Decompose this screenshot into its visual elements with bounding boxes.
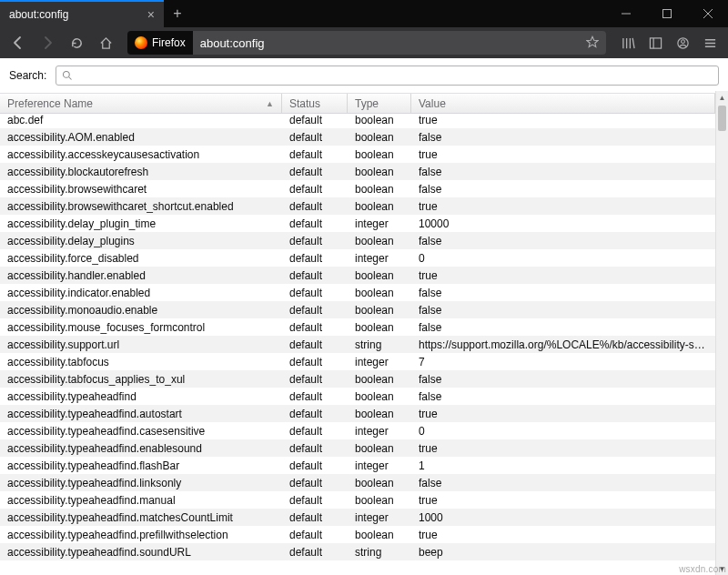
table-row[interactable]: accessibility.tabfocusdefaultinteger7 <box>0 353 715 370</box>
close-window-button[interactable] <box>687 0 728 27</box>
cell-status: default <box>282 235 348 247</box>
cell-type: boolean <box>348 200 411 213</box>
cell-name: accessibility.typeaheadfind.linksonly <box>0 477 282 489</box>
browser-tab[interactable]: about:config × <box>0 0 164 27</box>
cell-type: integer <box>348 511 411 524</box>
cell-value: false <box>411 235 715 247</box>
col-header-status[interactable]: Status <box>282 94 348 113</box>
cell-type: boolean <box>348 166 411 178</box>
cell-value: true <box>411 408 715 420</box>
cell-status: default <box>282 338 348 351</box>
table-row[interactable]: accessibility.delay_pluginsdefaultboolea… <box>0 232 715 249</box>
table-row[interactable]: accessibility.handler.enableddefaultbool… <box>0 267 715 284</box>
table-row[interactable]: accessibility.typeaheadfind.enablesoundd… <box>0 439 715 457</box>
table-row[interactable]: accessibility.typeaheadfind.matchesCount… <box>0 509 715 526</box>
home-button[interactable] <box>93 30 118 55</box>
firefox-icon <box>135 36 147 49</box>
svg-point-4 <box>681 39 684 43</box>
cell-value: false <box>411 166 715 178</box>
cell-name: accessibility.typeaheadfind.prefillwiths… <box>0 529 282 541</box>
new-tab-button[interactable]: + <box>164 0 191 27</box>
cell-status: default <box>282 321 348 334</box>
scroll-thumb[interactable] <box>718 106 726 131</box>
back-button[interactable] <box>5 30 31 55</box>
col-header-value[interactable]: Value <box>411 94 715 113</box>
table-row[interactable]: accessibility.browsewithcaretdefaultbool… <box>0 180 715 197</box>
table-row[interactable]: accessibility.typeaheadfind.flashBardefa… <box>0 457 715 474</box>
cell-name: accessibility.typeaheadfind <box>0 390 282 403</box>
cell-name: accessibility.typeaheadfind.enablesound <box>0 442 282 455</box>
cell-name: accessibility.browsewithcaret_shortcut.e… <box>0 200 282 213</box>
watermark: wsxdn.com <box>679 564 726 574</box>
cell-type: boolean <box>348 494 411 507</box>
app-menu-button[interactable] <box>697 30 723 55</box>
minimize-button[interactable] <box>605 0 646 27</box>
cell-type: boolean <box>348 114 411 126</box>
search-input[interactable] <box>56 66 719 86</box>
window-controls <box>605 0 728 27</box>
cell-type: boolean <box>348 269 411 282</box>
cell-type: boolean <box>348 183 411 196</box>
maximize-button[interactable] <box>646 0 687 27</box>
table-row[interactable]: accessibility.support.urldefaultstringht… <box>0 336 715 353</box>
table-row[interactable]: accessibility.accesskeycausesactivationd… <box>0 146 715 163</box>
table-row[interactable]: accessibility.typeaheadfinddefaultboolea… <box>0 388 715 405</box>
cell-name: accessibility.monoaudio.enable <box>0 304 282 317</box>
table-row[interactable]: accessibility.typeaheadfind.casesensitiv… <box>0 422 715 439</box>
table-row[interactable]: accessibility.delay_plugin_timedefaultin… <box>0 215 715 232</box>
scroll-up-icon[interactable]: ▲ <box>716 91 728 104</box>
table-row[interactable]: accessibility.typeaheadfind.manualdefaul… <box>0 491 715 509</box>
forward-button[interactable] <box>35 30 60 55</box>
svg-line-6 <box>69 77 72 80</box>
cell-type: boolean <box>348 287 411 299</box>
cell-type: string <box>348 338 411 351</box>
cell-value: true <box>411 529 715 541</box>
cell-status: default <box>282 442 348 455</box>
bookmark-star-icon[interactable] <box>586 35 599 51</box>
cell-name: accessibility.AOM.enabled <box>0 131 282 144</box>
table-row[interactable]: accessibility.typeaheadfind.prefillwiths… <box>0 526 715 543</box>
url-bar[interactable]: about:config <box>193 31 606 55</box>
preference-table: abc.defdefaultbooleantrueaccessibility.A… <box>0 111 715 575</box>
col-header-name[interactable]: Preference Name ▲ <box>0 94 282 113</box>
table-row[interactable]: accessibility.blockautorefreshdefaultboo… <box>0 163 715 180</box>
cell-type: integer <box>348 425 411 438</box>
cell-value: 7 <box>411 356 715 368</box>
search-icon <box>62 70 73 81</box>
account-button[interactable] <box>670 30 695 55</box>
cell-status: default <box>282 356 348 368</box>
cell-name: abc.def <box>0 114 282 126</box>
cell-value: 0 <box>411 252 715 265</box>
sidebar-button[interactable] <box>642 30 668 55</box>
library-button[interactable] <box>615 30 641 55</box>
table-row[interactable]: accessibility.browsewithcaret_shortcut.e… <box>0 197 715 215</box>
cell-type: boolean <box>348 131 411 144</box>
close-tab-icon[interactable]: × <box>147 7 155 22</box>
table-row[interactable]: accessibility.tabfocus_applies_to_xuldef… <box>0 370 715 388</box>
cell-status: default <box>282 131 348 144</box>
identity-chip[interactable]: Firefox <box>127 31 193 55</box>
table-row[interactable]: accessibility.typeaheadfind.linksonlydef… <box>0 474 715 491</box>
cell-status: default <box>282 183 348 196</box>
table-row[interactable]: accessibility.AOM.enableddefaultbooleanf… <box>0 128 715 146</box>
sort-asc-icon: ▲ <box>266 99 274 108</box>
cell-name: accessibility.support.url <box>0 338 282 351</box>
col-header-type[interactable]: Type <box>348 94 411 113</box>
cell-value: 1 <box>411 459 715 472</box>
table-row[interactable]: accessibility.typeaheadfind.soundURLdefa… <box>0 543 715 560</box>
cell-name: accessibility.delay_plugins <box>0 235 282 247</box>
table-row[interactable]: accessibility.force_disableddefaultinteg… <box>0 249 715 267</box>
table-row[interactable]: accessibility.indicator.enableddefaultbo… <box>0 284 715 301</box>
table-row[interactable]: accessibility.mouse_focuses_formcontrold… <box>0 318 715 336</box>
svg-point-5 <box>64 72 70 78</box>
svg-rect-1 <box>650 37 661 47</box>
cell-status: default <box>282 200 348 213</box>
cell-name: accessibility.tabfocus <box>0 356 282 368</box>
vertical-scrollbar[interactable]: ▲ ▼ <box>715 91 728 575</box>
cell-name: accessibility.typeaheadfind.casesensitiv… <box>0 425 282 438</box>
table-row[interactable]: accessibility.typeaheadfind.autostartdef… <box>0 405 715 422</box>
reload-button[interactable] <box>64 30 89 55</box>
cell-type: boolean <box>348 529 411 541</box>
table-row[interactable]: accessibility.monoaudio.enabledefaultboo… <box>0 301 715 318</box>
table-row[interactable]: abc.defdefaultbooleantrue <box>0 111 715 128</box>
